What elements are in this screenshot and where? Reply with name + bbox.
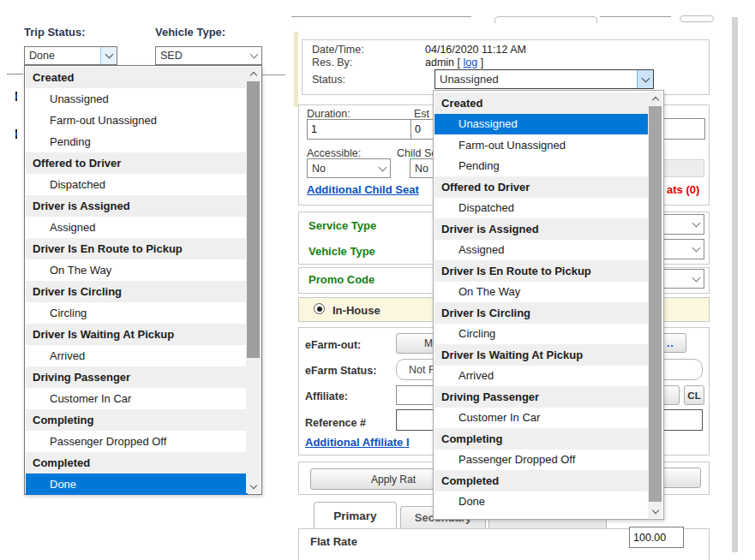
accessible-select-button[interactable] xyxy=(375,159,390,177)
efarm-out-button-label: M xyxy=(397,337,433,349)
flat-rate-input[interactable]: 100.00 xyxy=(629,527,684,548)
vehicle-type-combobox-button[interactable] xyxy=(246,47,261,64)
flat-rate-value: 100.00 xyxy=(633,532,666,544)
dropdown-group-header: Offered to Driver xyxy=(26,152,248,174)
clear-button-label: CL xyxy=(687,390,700,401)
dropdown-option[interactable]: Assigned xyxy=(434,240,649,261)
child-seats-count-fragment: ats (0) xyxy=(667,183,699,196)
page-scrollbar[interactable] xyxy=(732,17,738,552)
top-divider-line xyxy=(291,16,471,17)
dropdown-option-label: Arrived xyxy=(50,349,85,362)
dropdown-group-header: Driver Is En Route to Pickup xyxy=(434,260,649,282)
dropdown-option[interactable]: Done xyxy=(26,474,248,495)
vehicle-type-combobox-value: SED xyxy=(156,50,246,62)
dropdown-group-header: Completing xyxy=(26,409,248,431)
dropdown-group-header: Completed xyxy=(26,452,248,474)
in-house-radio[interactable] xyxy=(314,303,325,314)
dropdown-option-label: Passenger Dropped Off xyxy=(458,453,575,466)
background-rule-left xyxy=(7,74,23,74)
status-combobox[interactable]: Unassigned xyxy=(434,69,654,89)
service-type-select-button[interactable] xyxy=(688,215,704,234)
dropdown-option-label: Assigned xyxy=(50,221,95,234)
dropdown-option[interactable]: Passenger Dropped Off xyxy=(26,431,248,452)
dropdown-option[interactable]: On The Way xyxy=(26,259,248,281)
scroll-up-button[interactable] xyxy=(246,67,261,80)
trip-status-combobox[interactable]: Done xyxy=(24,46,117,65)
dropdown-option[interactable]: Customer In Car xyxy=(434,408,649,429)
dropdown-option[interactable]: Pending xyxy=(26,131,248,152)
scrollbar-thumb[interactable] xyxy=(649,106,662,502)
dropdown-option-label: Dispatched xyxy=(50,178,105,191)
tab-primary[interactable]: Primary xyxy=(314,502,397,528)
dropdown-option[interactable]: Arrived xyxy=(434,366,649,387)
dropdown-scrollbar[interactable] xyxy=(648,92,662,518)
dropdown-group-header: Offered to Driver xyxy=(434,176,649,198)
efarm-status-value: Not F xyxy=(409,364,435,376)
dropdown-group-header: Driving Passenger xyxy=(26,366,248,388)
chevron-down-icon xyxy=(692,244,700,253)
chevron-down-icon xyxy=(378,163,386,171)
dropdown-option[interactable]: Farm-out Unassigned xyxy=(434,134,649,156)
vehicle-type-combobox[interactable]: SED xyxy=(155,46,262,65)
dropdown-option-label: Customer In Car xyxy=(458,411,540,424)
scrollbar-thumb[interactable] xyxy=(247,81,260,358)
dropdown-option[interactable]: Circling xyxy=(26,302,248,324)
dropdown-option[interactable]: Done xyxy=(434,491,649,513)
duration-input[interactable]: 1 xyxy=(307,119,411,140)
dropdown-option-label: On The Way xyxy=(458,285,520,298)
additional-affiliate-link[interactable]: Additional Affiliate I xyxy=(305,436,410,449)
dropdown-option[interactable]: Arrived xyxy=(26,345,248,366)
additional-child-seat-link[interactable]: Additional Child Seat xyxy=(307,183,419,196)
dropdown-option-label: Unassigned xyxy=(50,92,109,105)
dropdown-option-label: Done xyxy=(50,478,76,491)
dropdown-option-label: Driving Passenger xyxy=(33,371,130,384)
dropdown-option-label: Offered to Driver xyxy=(33,157,121,170)
dropdown-option-label: Completed xyxy=(441,474,499,487)
dropdown-group-header: Completing xyxy=(434,428,649,450)
est-distance-value: 0 xyxy=(415,123,421,135)
dropdown-option-label: Driver Is Circling xyxy=(441,307,530,319)
dropdown-option[interactable]: Farm-out Unassigned xyxy=(26,110,248,131)
chevron-up-icon xyxy=(249,71,256,78)
dropdown-option-label: Driver is Assigned xyxy=(441,223,539,235)
dropdown-option-label: Driver Is Waiting At Pickup xyxy=(441,349,583,361)
top-divider-line-2 xyxy=(600,16,671,17)
vehicle-type-select-button[interactable] xyxy=(688,240,704,259)
accessible-select[interactable]: No xyxy=(307,158,391,178)
dropdown-option-label: Assigned xyxy=(458,243,504,256)
date-time-value: 04/16/2020 11:12 AM xyxy=(425,44,526,56)
dispatch-reservation-screen: Trip Status: Vehicle Type: Done SED Crea… xyxy=(0,0,755,560)
dropdown-group-header: Driver Is En Route to Pickup xyxy=(26,238,248,259)
scroll-up-button[interactable] xyxy=(648,92,662,105)
dropdown-scrollbar[interactable] xyxy=(246,67,261,493)
dropdown-option[interactable]: Passenger Dropped Off xyxy=(434,450,649,471)
trip-color-strip xyxy=(294,32,298,107)
dropdown-option[interactable]: Assigned xyxy=(26,217,248,238)
dropdown-option[interactable]: Unassigned xyxy=(26,88,248,110)
dropdown-option[interactable]: Circling xyxy=(434,324,649,345)
dropdown-option[interactable]: Dispatched xyxy=(26,174,248,195)
dropdown-group-header: Driver is Assigned xyxy=(26,195,248,217)
affiliate-clear-button[interactable]: CL xyxy=(684,385,704,405)
dropdown-option[interactable]: On The Way xyxy=(434,282,649,303)
dropdown-option-label: Passenger Dropped Off xyxy=(50,435,166,448)
promo-code-select-button[interactable] xyxy=(688,270,704,288)
dropdown-option[interactable]: Unassigned xyxy=(434,114,649,135)
chevron-down-icon xyxy=(249,481,256,488)
status-combobox-button[interactable] xyxy=(637,70,653,88)
status-dropdown-list: CreatedUnassignedFarm-out UnassignedPend… xyxy=(433,90,664,520)
res-by-log-link[interactable]: log xyxy=(463,57,477,69)
status-dropdown-options: CreatedUnassignedFarm-out UnassignedPend… xyxy=(434,92,649,512)
scroll-down-button[interactable] xyxy=(648,504,662,518)
dropdown-option[interactable]: Dispatched xyxy=(434,198,649,219)
dropdown-option-label: Arrived xyxy=(458,369,494,382)
trip-status-combobox-button[interactable] xyxy=(100,47,117,64)
res-by-user: admin [ xyxy=(425,57,460,69)
dropdown-option[interactable]: Customer In Car xyxy=(26,388,248,409)
service-type-label: Service Type xyxy=(309,219,376,232)
affiliate-label: Affiliate: xyxy=(305,390,348,402)
dropdown-group-header: Created xyxy=(26,67,248,88)
dropdown-group-header: Driver Is Circling xyxy=(26,281,248,302)
dropdown-option[interactable]: Pending xyxy=(434,156,649,177)
scroll-down-button[interactable] xyxy=(246,480,261,493)
